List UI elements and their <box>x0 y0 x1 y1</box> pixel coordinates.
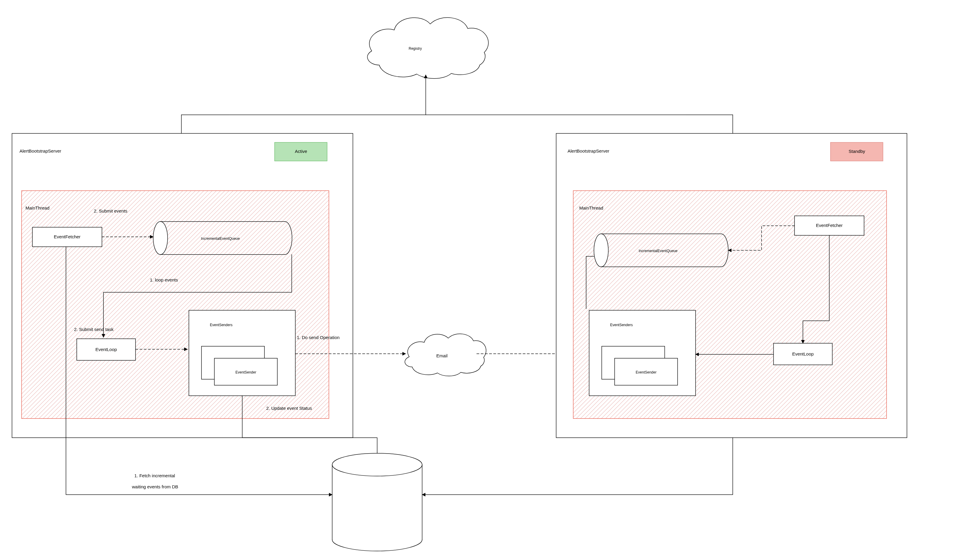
standby-event-sender-label: EventSender <box>635 370 656 375</box>
active-loop-events-label: 1. loop events <box>150 277 178 282</box>
standby-event-senders: EventSenders EventSender <box>589 310 695 396</box>
registry-label: Registry <box>408 47 422 51</box>
standby-event-fetcher-label: EventFetcher <box>816 223 842 228</box>
active-submit-events-label: 2. Submit events <box>94 208 127 213</box>
active-event-fetcher-label: EventFetcher <box>54 234 80 239</box>
standby-status-label: Standby <box>849 149 865 154</box>
standby-to-db <box>422 438 733 495</box>
active-server: AlertBootstrapServer Active MainThread E… <box>12 133 353 438</box>
svg-point-2 <box>153 222 168 255</box>
do-send-label: 1. Do send Operation <box>297 335 340 340</box>
active-mainthread-label: MainThread <box>25 205 50 210</box>
svg-point-11 <box>332 453 422 476</box>
update-status-label: 2. Update event Status <box>266 406 312 411</box>
standby-event-loop-label: EventLoop <box>792 352 814 357</box>
active-event-loop-label: EventLoop <box>95 347 117 352</box>
email-cloud: Email <box>405 334 486 376</box>
registry-cloud: Registry <box>367 18 489 78</box>
active-event-senders: EventSenders EventSender <box>189 310 295 396</box>
standby-event-senders-label: EventSenders <box>610 323 633 327</box>
active-submit-send-task-label: 2. Submit send task <box>74 327 113 332</box>
fetch-label-2: waiting events from DB <box>132 484 178 489</box>
email-label: Email <box>436 353 448 358</box>
fetch-label-1: 1. Fetch incremental <box>134 473 175 478</box>
database-cylinder <box>332 453 422 551</box>
active-status-label: Active <box>295 149 307 154</box>
svg-point-7 <box>594 234 609 267</box>
active-title: AlertBootstrapServer <box>20 148 61 153</box>
active-queue-label: IncrementalEventQueue <box>201 237 240 241</box>
standby-mainthread-label: MainThread <box>579 205 603 210</box>
active-event-senders-label: EventSenders <box>210 323 232 327</box>
standby-queue-label: IncrementalEventQueue <box>639 249 678 253</box>
active-event-sender-label: EventSender <box>235 370 256 375</box>
standby-server: AlertBootstrapServer Standby MainThread … <box>556 133 907 438</box>
standby-title: AlertBootstrapServer <box>568 148 609 153</box>
